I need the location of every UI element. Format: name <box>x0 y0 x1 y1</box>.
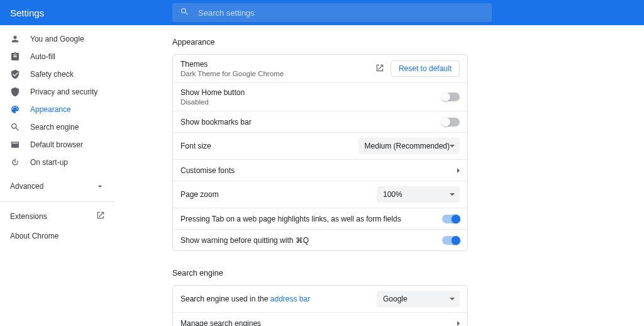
tab-highlights-toggle[interactable] <box>442 215 460 223</box>
search-icon <box>10 122 20 132</box>
open-in-new-icon[interactable] <box>375 64 384 74</box>
address-bar-link[interactable]: address bar <box>270 295 310 303</box>
palette-icon <box>10 104 20 115</box>
themes-sub: Dark Theme for Google Chrome <box>180 70 284 77</box>
row-customise-fonts[interactable]: Customise fonts <box>173 159 467 181</box>
browser-icon <box>10 140 20 150</box>
dropdown-icon <box>450 145 455 147</box>
sidebar-item-label: On start-up <box>30 158 68 167</box>
home-button-label: Show Home button <box>180 88 245 97</box>
search-engine-select[interactable]: Google <box>377 291 460 307</box>
sidebar-item-auto-fill[interactable]: Auto-fill <box>0 48 115 65</box>
bookmarks-bar-label: Show bookmarks bar <box>180 118 252 126</box>
quit-warning-toggle[interactable] <box>442 236 460 245</box>
sidebar-item-label: Auto-fill <box>30 52 55 61</box>
manage-search-engines-label: Manage search engines <box>180 319 261 327</box>
tab-highlights-label: Pressing Tab on a web page highlights li… <box>180 215 401 223</box>
quit-warning-label: Show warning before quitting with ⌘Q <box>180 236 309 245</box>
sidebar-item-you-and-google[interactable]: You and Google <box>0 30 115 48</box>
section-title-appearance: Appearance <box>172 38 468 54</box>
home-button-toggle[interactable] <box>442 93 460 101</box>
reset-to-default-button[interactable]: Reset to default <box>391 60 460 77</box>
row-bookmarks-bar: Show bookmarks bar <box>173 111 467 132</box>
sidebar-extensions-label: Extensions <box>10 212 47 221</box>
row-manage-search-engines[interactable]: Manage search engines <box>173 312 467 326</box>
search-engine-used-prefix: Search engine used in the <box>180 295 270 303</box>
sidebar-item-label: Privacy and security <box>30 87 97 96</box>
sidebar-advanced-label: Advanced <box>10 182 43 191</box>
open-in-new-icon <box>96 211 105 222</box>
person-icon <box>10 34 20 44</box>
sidebar-item-label: You and Google <box>30 35 84 43</box>
top-bar: Settings <box>0 0 644 25</box>
sidebar-item-default-browser[interactable]: Default browser <box>0 136 115 154</box>
sidebar-item-appearance[interactable]: Appearance <box>0 101 115 118</box>
sidebar-item-privacy-and-security[interactable]: Privacy and security <box>0 83 115 101</box>
page-zoom-value: 100% <box>383 190 402 199</box>
home-button-sub: Disabled <box>180 98 245 106</box>
font-size-label: Font size <box>180 142 211 150</box>
main-content: Appearance Themes Dark Theme for Google … <box>116 25 644 326</box>
bookmarks-bar-toggle[interactable] <box>442 118 460 126</box>
sidebar-item-on-start-up[interactable]: On start-up <box>0 154 115 171</box>
search-engine-card: Search engine used in the address bar Go… <box>172 285 468 326</box>
search-settings-input[interactable] <box>198 8 484 18</box>
page-zoom-select[interactable]: 100% <box>377 186 460 203</box>
row-font-size: Font size Medium (Recommended) <box>173 132 467 159</box>
search-engine-value: Google <box>383 295 408 303</box>
sidebar-advanced[interactable]: Advanced <box>0 175 115 198</box>
dropdown-icon <box>450 193 455 196</box>
clipboard-icon <box>10 52 20 62</box>
page-zoom-label: Page zoom <box>180 190 219 199</box>
font-size-value: Medium (Recommended) <box>365 142 450 150</box>
sidebar-item-label: Safety check <box>30 70 74 79</box>
sidebar-about-chrome[interactable]: About Chrome <box>0 227 115 245</box>
sidebar-about-label: About Chrome <box>10 232 58 240</box>
customise-fonts-label: Customise fonts <box>180 166 235 175</box>
row-page-zoom: Page zoom 100% <box>173 181 467 208</box>
power-icon <box>10 157 20 167</box>
row-home-button: Show Home button Disabled <box>173 82 467 111</box>
divider <box>0 201 115 202</box>
shield-icon <box>10 87 20 97</box>
chevron-down-icon <box>95 181 105 191</box>
sidebar-item-safety-check[interactable]: Safety check <box>0 65 115 83</box>
sidebar: You and Google Auto-fill Safety check Pr… <box>0 25 116 326</box>
sidebar-item-search-engine[interactable]: Search engine <box>0 118 115 136</box>
dropdown-icon <box>450 298 455 300</box>
row-search-engine-used: Search engine used in the address bar Go… <box>173 286 467 312</box>
appearance-card: Themes Dark Theme for Google Chrome Rese… <box>172 54 468 251</box>
sidebar-item-label: Default browser <box>30 140 83 149</box>
chevron-right-icon <box>457 168 460 173</box>
row-quit-warning: Show warning before quitting with ⌘Q <box>173 229 467 250</box>
shield-check-icon <box>10 69 20 79</box>
search-engine-used-label: Search engine used in the address bar <box>180 295 310 303</box>
search-icon <box>180 7 189 18</box>
row-themes[interactable]: Themes Dark Theme for Google Chrome Rese… <box>173 55 467 82</box>
row-tab-highlights: Pressing Tab on a web page highlights li… <box>173 208 467 229</box>
section-title-search-engine: Search engine <box>172 269 468 285</box>
search-settings-box[interactable] <box>172 3 492 22</box>
sidebar-item-label: Appearance <box>30 105 71 114</box>
sidebar-extensions[interactable]: Extensions <box>0 206 115 227</box>
page-title: Settings <box>10 8 172 18</box>
themes-label: Themes <box>180 60 284 69</box>
font-size-select[interactable]: Medium (Recommended) <box>358 138 460 154</box>
sidebar-item-label: Search engine <box>30 123 79 132</box>
chevron-right-icon <box>457 321 460 326</box>
